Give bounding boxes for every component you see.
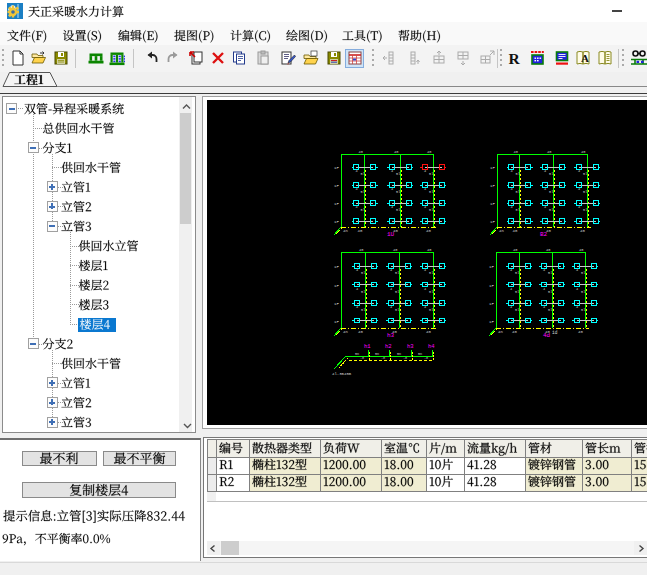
svg-text:5l: 5l <box>361 271 365 275</box>
svg-text:h4: h4 <box>428 343 435 350</box>
svg-text:40: 40 <box>578 330 583 334</box>
svg-text:1F: 1F <box>334 166 339 170</box>
svg-text:40: 40 <box>358 330 363 334</box>
svg-text:5l: 5l <box>396 190 400 194</box>
svg-text:1F: 1F <box>334 265 339 269</box>
svg-text:40: 40 <box>427 150 431 154</box>
svg-text:4: 4 <box>424 268 426 272</box>
svg-text:4: 4 <box>543 268 545 272</box>
svg-text:h3: h3 <box>407 343 414 350</box>
svg-text:4: 4 <box>356 205 358 209</box>
svg-text:1F: 1F <box>334 184 339 188</box>
svg-text:40: 40 <box>579 248 583 252</box>
svg-text:4: 4 <box>510 287 512 291</box>
svg-text:5l: 5l <box>583 190 587 194</box>
svg-text:5l: 5l <box>516 172 520 176</box>
svg-text:4: 4 <box>511 187 513 191</box>
svg-text:40: 40 <box>358 229 363 233</box>
svg-text:4: 4 <box>424 287 426 291</box>
svg-text:4: 4 <box>391 169 393 173</box>
svg-text:5l: 5l <box>361 172 365 176</box>
svg-text:5n: 5n <box>375 352 379 356</box>
svg-text:1F: 1F <box>334 284 339 288</box>
svg-text:4: 4 <box>544 169 546 173</box>
svg-text:4: 4 <box>543 287 545 291</box>
svg-text:5l: 5l <box>549 172 553 176</box>
svg-text:40: 40 <box>547 150 551 154</box>
svg-text:h1: h1 <box>364 343 371 350</box>
svg-text:4: 4 <box>510 268 512 272</box>
svg-text:4: 4 <box>390 305 392 309</box>
svg-text:1F: 1F <box>489 302 494 306</box>
svg-text:5l: 5l <box>396 172 400 176</box>
svg-text:5l: 5l <box>396 208 400 212</box>
svg-text:4: 4 <box>356 187 358 191</box>
svg-text:5l: 5l <box>429 308 433 312</box>
svg-text:5l: 5l <box>516 190 520 194</box>
svg-text:4n: 4n <box>343 229 348 233</box>
svg-text:1F: 1F <box>489 320 494 324</box>
svg-text:5l: 5l <box>515 271 519 275</box>
svg-text:5l: 5l <box>515 290 519 294</box>
svg-text:4: 4 <box>544 187 546 191</box>
svg-text:5l: 5l <box>361 208 365 212</box>
svg-text:5l: 5l <box>515 308 519 312</box>
svg-text:h2: h2 <box>385 343 392 350</box>
svg-text:40: 40 <box>513 229 518 233</box>
svg-text:5n: 5n <box>397 352 401 356</box>
svg-text:40: 40 <box>514 150 518 154</box>
svg-text:1F: 1F <box>334 320 339 324</box>
svg-text:1F: 1F <box>334 220 339 224</box>
svg-text:40: 40 <box>580 229 585 233</box>
svg-text:4: 4 <box>576 305 578 309</box>
svg-text:id: id <box>552 330 558 335</box>
svg-text:B2: B2 <box>540 231 548 238</box>
svg-text:4: 4 <box>391 187 393 191</box>
svg-text:1F: 1F <box>490 184 495 188</box>
svg-text:40: 40 <box>581 150 585 154</box>
svg-text:4: 4 <box>543 305 545 309</box>
svg-text:4: 4 <box>510 305 512 309</box>
svg-text:h3: h3 <box>387 332 395 339</box>
svg-text:4: 4 <box>576 268 578 272</box>
svg-text:40: 40 <box>394 150 398 154</box>
svg-text:5l: 5l <box>361 308 365 312</box>
svg-text:1F: 1F <box>490 220 495 224</box>
svg-text:40: 40 <box>359 150 363 154</box>
svg-text:4d: 4d <box>543 332 551 339</box>
svg-text:4: 4 <box>424 169 426 173</box>
svg-text:4: 4 <box>578 169 580 173</box>
svg-text:1F: 1F <box>334 302 339 306</box>
svg-text:1F: 1F <box>489 284 494 288</box>
svg-text:1U: 1U <box>387 231 395 238</box>
svg-text:4: 4 <box>424 187 426 191</box>
svg-text:-8: -8 <box>424 356 428 360</box>
svg-text:5l: 5l <box>549 190 553 194</box>
svg-text:4n: 4n <box>498 330 503 334</box>
svg-text:5l: 5l <box>581 290 585 294</box>
svg-text:40: 40 <box>426 330 431 334</box>
svg-text:5l: 5l <box>548 290 552 294</box>
svg-text:40: 40 <box>426 229 431 233</box>
svg-text:4: 4 <box>356 268 358 272</box>
svg-text:4: 4 <box>578 187 580 191</box>
svg-text:5l: 5l <box>429 172 433 176</box>
svg-text:5n: 5n <box>418 352 422 356</box>
svg-text:5l: 5l <box>429 290 433 294</box>
svg-text:5l: 5l <box>548 271 552 275</box>
svg-text:5l: 5l <box>361 290 365 294</box>
svg-text:40: 40 <box>359 248 363 252</box>
svg-text:5l: 5l <box>395 290 399 294</box>
svg-text:40: 40 <box>513 248 517 252</box>
svg-text:5l: 5l <box>395 308 399 312</box>
svg-text:5l: 5l <box>583 172 587 176</box>
svg-text:5l: 5l <box>581 308 585 312</box>
svg-text:5l: 5l <box>548 308 552 312</box>
svg-text:4n: 4n <box>343 330 348 334</box>
svg-text:1F: 1F <box>490 202 495 206</box>
svg-text:4: 4 <box>424 305 426 309</box>
svg-text:5l: 5l <box>516 208 520 212</box>
svg-text:4: 4 <box>576 287 578 291</box>
svg-text:5l: 5l <box>583 208 587 212</box>
svg-text:4n: 4n <box>499 229 504 233</box>
